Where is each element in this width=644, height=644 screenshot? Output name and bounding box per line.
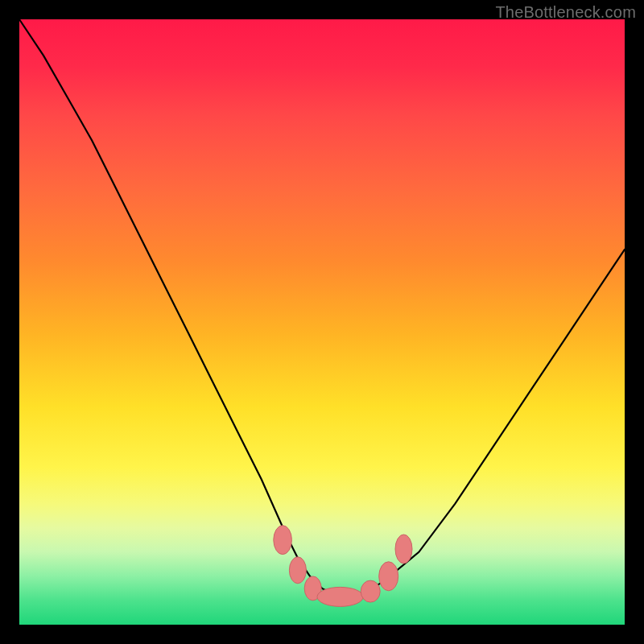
chart-frame: TheBottleneck.com <box>0 0 644 644</box>
curve-marker <box>317 587 363 606</box>
curve-marker <box>395 535 412 564</box>
curve-marker <box>361 580 380 602</box>
curve-markers <box>274 526 412 607</box>
chart-plot-area <box>19 19 625 625</box>
curve-marker <box>274 526 292 555</box>
curve-marker <box>289 557 306 584</box>
curve-marker <box>379 562 398 591</box>
bottleneck-curve-line <box>19 19 625 594</box>
watermark-text: TheBottleneck.com <box>495 3 636 22</box>
bottleneck-curve-svg <box>19 19 625 625</box>
